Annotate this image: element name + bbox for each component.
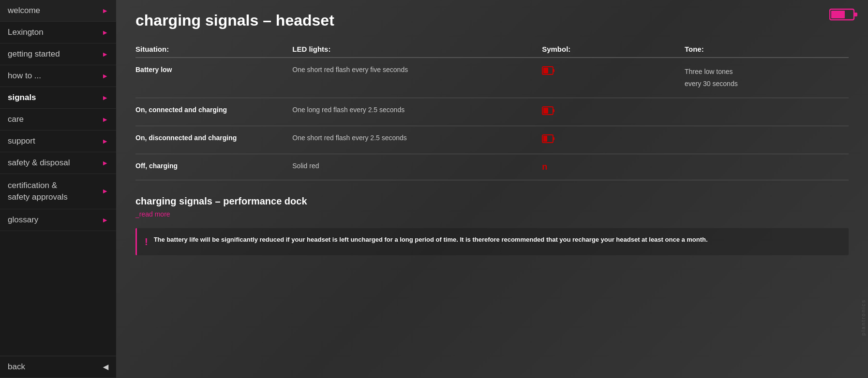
sidebar-item-label: safety & disposal [8, 158, 70, 168]
tone-cell [685, 98, 849, 126]
sidebar-item-safety-disposal[interactable]: safety & disposal ► [0, 152, 116, 174]
svg-rect-1 [831, 11, 845, 18]
section2: charging signals – performance dock _rea… [135, 196, 849, 218]
sidebar-item-label: getting started [8, 49, 60, 59]
brand-logo: plantronics [858, 295, 868, 339]
symbol-cell [542, 58, 685, 98]
svg-rect-8 [543, 108, 548, 114]
situation-cell: On, connected and charging [135, 98, 292, 126]
section2-title: charging signals – performance dock [135, 196, 849, 207]
battery-status-icon [829, 8, 858, 21]
sidebar-item-label: certification &safety approvals [8, 180, 68, 203]
arrow-icon: ► [102, 94, 108, 102]
battery-symbol-icon [542, 134, 555, 146]
warning-icon: ! [145, 235, 148, 248]
svg-rect-4 [553, 69, 554, 72]
svg-rect-2 [854, 13, 857, 16]
battery-symbol-icon [542, 106, 555, 118]
sidebar-item-lexington[interactable]: Lexington ► [0, 22, 116, 44]
sidebar-spacer [0, 231, 116, 356]
svg-rect-10 [553, 137, 554, 140]
col-header-symbol: Symbol: [542, 41, 685, 58]
sidebar-item-label: care [8, 115, 24, 124]
svg-rect-11 [543, 136, 547, 142]
arrow-icon: ► [102, 216, 108, 224]
sidebar: welcome ► Lexington ► getting started ► … [0, 0, 116, 378]
arrow-icon: ► [102, 137, 108, 145]
table-row: Off, charging Solid red n [135, 154, 849, 180]
symbol-cell [542, 126, 685, 154]
back-label: back [8, 362, 25, 372]
situation-cell: On, disconnected and charging [135, 126, 292, 154]
back-button[interactable]: back ◀ [0, 356, 116, 378]
warning-box: ! The battery life will be significantly… [135, 228, 849, 255]
sidebar-item-how-to[interactable]: how to ... ► [0, 65, 116, 87]
col-header-situation: Situation: [135, 41, 292, 58]
situation-cell: Off, charging [135, 154, 292, 180]
sidebar-item-signals[interactable]: signals ► [0, 87, 116, 109]
svg-rect-5 [543, 68, 548, 73]
charging-table: Situation: LED lights: Symbol: Tone: Bat… [135, 41, 849, 180]
sidebar-item-label: how to ... [8, 71, 41, 81]
sidebar-item-care[interactable]: care ► [0, 109, 116, 131]
situation-cell: Battery low [135, 58, 292, 98]
led-cell: One short red flash every five seconds [292, 58, 542, 98]
table-row: Battery low One short red flash every fi… [135, 58, 849, 98]
sidebar-item-label: glossary [8, 215, 38, 225]
col-header-tone: Tone: [685, 41, 849, 58]
arrow-icon: ► [102, 187, 108, 196]
led-cell: One short red flash every 2.5 seconds [292, 126, 542, 154]
sidebar-item-label: signals [8, 93, 36, 102]
sidebar-item-welcome[interactable]: welcome ► [0, 0, 116, 22]
arrow-icon: ► [102, 50, 108, 58]
arrow-icon: ► [102, 159, 108, 167]
read-more-link[interactable]: _read more [135, 210, 170, 218]
sidebar-item-certification[interactable]: certification &safety approvals ► [0, 174, 116, 209]
tone-cell [685, 126, 849, 154]
svg-rect-7 [553, 109, 554, 112]
battery-off-symbol-icon: n [542, 162, 547, 172]
battery-symbol-icon [542, 66, 555, 78]
arrow-icon: ► [102, 116, 108, 123]
table-row: On, disconnected and charging One short … [135, 126, 849, 154]
arrow-icon: ► [102, 7, 108, 15]
sidebar-item-label: support [8, 136, 35, 146]
tone-cell: Three low tonesevery 30 seconds [685, 58, 849, 98]
symbol-cell: n [542, 154, 685, 180]
arrow-icon: ► [102, 72, 108, 80]
arrow-icon: ► [102, 29, 108, 36]
page-title: charging signals – headset [135, 12, 849, 29]
sidebar-item-glossary[interactable]: glossary ► [0, 209, 116, 231]
tone-cell [685, 154, 849, 180]
sidebar-item-label: Lexington [8, 28, 44, 37]
back-arrow-icon: ◀ [103, 363, 108, 371]
col-header-led: LED lights: [292, 41, 542, 58]
sidebar-item-label: welcome [8, 6, 40, 15]
sidebar-item-support[interactable]: support ► [0, 131, 116, 152]
table-header-row: Situation: LED lights: Symbol: Tone: [135, 41, 849, 58]
warning-text: The battery life will be significantly r… [154, 235, 708, 245]
sidebar-item-getting-started[interactable]: getting started ► [0, 44, 116, 65]
table-row: On, connected and charging One long red … [135, 98, 849, 126]
main-content: charging signals – headset Situation: LE… [116, 0, 868, 378]
led-cell: Solid red [292, 154, 542, 180]
led-cell: One long red flash every 2.5 seconds [292, 98, 542, 126]
symbol-cell [542, 98, 685, 126]
